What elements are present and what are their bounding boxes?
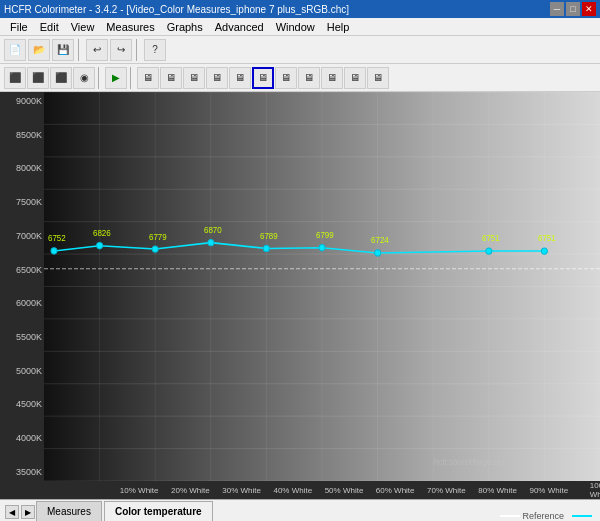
- measure-btn-2[interactable]: ⬛: [27, 67, 49, 89]
- measure-btn-3[interactable]: ⬛: [50, 67, 72, 89]
- svg-text:6779: 6779: [149, 233, 167, 242]
- svg-text:hcfr.sourceforge.net: hcfr.sourceforge.net: [434, 458, 505, 467]
- toolbar-separator-1: [78, 39, 82, 61]
- window-controls[interactable]: ─ □ ✕: [550, 2, 596, 16]
- svg-point-33: [541, 248, 547, 254]
- tab-prev-button[interactable]: ◀: [5, 505, 19, 519]
- close-button[interactable]: ✕: [582, 2, 596, 16]
- display-btn-3[interactable]: 🖥: [183, 67, 205, 89]
- legend-data-line: [572, 515, 592, 517]
- display-btn-9[interactable]: 🖥: [321, 67, 343, 89]
- svg-text:6826: 6826: [93, 229, 111, 238]
- display-btn-7[interactable]: 🖥: [275, 67, 297, 89]
- play-button[interactable]: ▶: [105, 67, 127, 89]
- y-label-8000k: 8000K: [16, 163, 42, 173]
- tab-next-button[interactable]: ▶: [21, 505, 35, 519]
- main-area: 9000K 8500K 8000K 7500K 7000K 6500K 6000…: [0, 92, 600, 499]
- chart-svg: 6752 6826 6779 6870 6789 6799 6724 6751 …: [44, 92, 600, 481]
- display-btn-5[interactable]: 🖥: [229, 67, 251, 89]
- x-axis: 10% White 20% White 30% White 40% White …: [88, 481, 600, 499]
- toolbar-main: 📄 📂 💾 ↩ ↪ ?: [0, 36, 600, 64]
- chart-area: 6752 6826 6779 6870 6789 6799 6724 6751 …: [44, 92, 600, 481]
- tabbar: ◀ ▶ Measures Color temperature Reference: [0, 499, 600, 521]
- svg-point-31: [375, 250, 381, 256]
- statusbar-right: Reference: [500, 511, 596, 521]
- toolbar2-sep-1: [98, 67, 102, 89]
- tab-color-temperature[interactable]: Color temperature: [104, 501, 213, 521]
- y-label-6000k: 6000K: [16, 298, 42, 308]
- menu-view[interactable]: View: [65, 18, 101, 36]
- x-label-100: 100% White: [590, 481, 600, 499]
- y-label-8500k: 8500K: [16, 130, 42, 140]
- x-label-30: 30% White: [222, 486, 261, 495]
- svg-point-30: [319, 245, 325, 251]
- svg-point-27: [152, 246, 158, 252]
- y-axis: 9000K 8500K 8000K 7500K 7000K 6500K 6000…: [0, 92, 44, 481]
- display-btn-6[interactable]: 🖥: [252, 67, 274, 89]
- svg-point-32: [486, 248, 492, 254]
- titlebar: HCFR Colorimeter - 3.4.2 - [Video_Color …: [0, 0, 600, 18]
- x-label-60: 60% White: [376, 486, 415, 495]
- svg-text:6751: 6751: [538, 234, 556, 243]
- display-btn-4[interactable]: 🖥: [206, 67, 228, 89]
- display-btn-2[interactable]: 🖥: [160, 67, 182, 89]
- display-btn-8[interactable]: 🖥: [298, 67, 320, 89]
- x-label-40: 40% White: [273, 486, 312, 495]
- menu-window[interactable]: Window: [270, 18, 321, 36]
- x-axis-spacer: [0, 481, 44, 499]
- help-button[interactable]: ?: [144, 39, 166, 61]
- y-label-5500k: 5500K: [16, 332, 42, 342]
- display-btn-11[interactable]: 🖥: [367, 67, 389, 89]
- x-axis-container: 10% White 20% White 30% White 40% White …: [0, 481, 600, 499]
- svg-text:6799: 6799: [316, 231, 334, 240]
- x-label-20: 20% White: [171, 486, 210, 495]
- open-button[interactable]: 📂: [28, 39, 50, 61]
- y-label-3500k: 3500K: [16, 467, 42, 477]
- svg-point-25: [51, 248, 57, 254]
- legend-data: [572, 515, 592, 517]
- svg-text:6752: 6752: [48, 234, 66, 243]
- menubar: File Edit View Measures Graphs Advanced …: [0, 18, 600, 36]
- x-label-90: 90% White: [529, 486, 568, 495]
- toolbar-separator-2: [136, 39, 140, 61]
- new-button[interactable]: 📄: [4, 39, 26, 61]
- toolbar-measurement: ⬛ ⬛ ⬛ ◉ ▶ 🖥 🖥 🖥 🖥 🖥 🖥 🖥 🖥 🖥 🖥 🖥: [0, 64, 600, 92]
- svg-text:6870: 6870: [204, 226, 222, 235]
- display-btn-1[interactable]: 🖥: [137, 67, 159, 89]
- menu-advanced[interactable]: Advanced: [209, 18, 270, 36]
- x-label-80: 80% White: [478, 486, 517, 495]
- y-label-6500k: 6500K: [16, 265, 42, 275]
- minimize-button[interactable]: ─: [550, 2, 564, 16]
- y-label-9000k: 9000K: [16, 96, 42, 106]
- svg-text:6724: 6724: [371, 236, 389, 245]
- svg-point-26: [97, 243, 103, 249]
- y-label-7500k: 7500K: [16, 197, 42, 207]
- tab-measures[interactable]: Measures: [36, 501, 102, 521]
- menu-edit[interactable]: Edit: [34, 18, 65, 36]
- menu-measures[interactable]: Measures: [100, 18, 160, 36]
- menu-graphs[interactable]: Graphs: [161, 18, 209, 36]
- x-label-50: 50% White: [325, 486, 364, 495]
- display-btn-10[interactable]: 🖥: [344, 67, 366, 89]
- save-button[interactable]: 💾: [52, 39, 74, 61]
- redo-button[interactable]: ↪: [110, 39, 132, 61]
- x-label-10: 10% White: [120, 486, 159, 495]
- maximize-button[interactable]: □: [566, 2, 580, 16]
- y-label-4500k: 4500K: [16, 399, 42, 409]
- svg-text:6751: 6751: [482, 234, 500, 243]
- menu-file[interactable]: File: [4, 18, 34, 36]
- svg-point-28: [208, 240, 214, 246]
- chart-wrapper: 9000K 8500K 8000K 7500K 7000K 6500K 6000…: [0, 92, 600, 481]
- undo-button[interactable]: ↩: [86, 39, 108, 61]
- menu-help[interactable]: Help: [321, 18, 356, 36]
- measure-btn-1[interactable]: ⬛: [4, 67, 26, 89]
- toolbar2-sep-2: [130, 67, 134, 89]
- legend-reference-line: [500, 515, 520, 517]
- svg-text:6789: 6789: [260, 232, 278, 241]
- y-label-5000k: 5000K: [16, 366, 42, 376]
- y-label-4000k: 4000K: [16, 433, 42, 443]
- y-label-7000k: 7000K: [16, 231, 42, 241]
- svg-point-29: [263, 245, 269, 251]
- x-label-70: 70% White: [427, 486, 466, 495]
- measure-btn-4[interactable]: ◉: [73, 67, 95, 89]
